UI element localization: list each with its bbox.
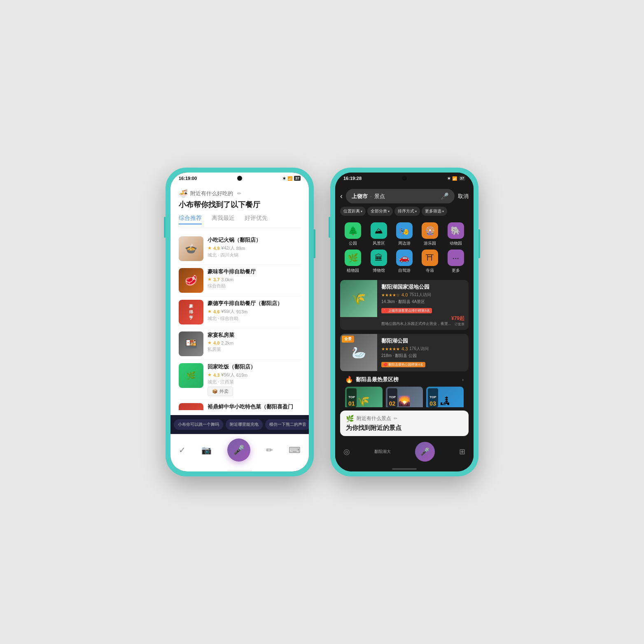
restaurant-rating: ★ 4.0 2.2km: [208, 340, 301, 345]
suggestion-chip[interactable]: 模仿一下熊二的声音: [265, 419, 309, 430]
filter-sort[interactable]: 排序方式 ▾: [394, 207, 420, 216]
right-voice-button[interactable]: 🎤: [415, 442, 435, 462]
roadtrip-icon: 🚗: [396, 250, 413, 266]
category-botanic[interactable]: 🌿 植物园: [342, 250, 364, 273]
category-row-2: 🌿 植物园 🏛 博物馆 🚗 自驾游 ⛩ 寺庙: [340, 250, 469, 273]
spot-emoji: 🦢: [352, 346, 366, 359]
cat-label: 动物园: [450, 240, 462, 246]
category-roadtrip[interactable]: 🚗 自驾游: [394, 250, 415, 273]
grid-icon[interactable]: ⊞: [459, 447, 465, 456]
suggestion-chip[interactable]: 小布你可以跳一个舞吗: [174, 419, 223, 430]
cancel-button[interactable]: 取消: [458, 193, 469, 200]
battery-icon: 37: [294, 176, 301, 181]
ranking-item-2[interactable]: 🌄 TOP 02 鄱阳湖大草原景区 1万人近期种树来此: [386, 387, 423, 407]
category-nearby[interactable]: 🎭 周边游: [394, 222, 415, 246]
filter-more[interactable]: 更多筛选 ▾: [422, 207, 447, 216]
category-museum[interactable]: 🏛 博物馆: [368, 250, 390, 273]
right-status-bar: 16:19:28 ✶ 📶 37: [335, 173, 474, 182]
right-time: 16:19:28: [343, 176, 362, 181]
list-item[interactable]: 🌿 回家吃饭（鄱阳店） ★ 4.3 ¥56/人 619m 城北 · 江西菜: [179, 360, 301, 400]
tab-comprehensive[interactable]: 综合推荐: [179, 215, 202, 224]
restaurant-image: 裕鼎鲜: [179, 403, 203, 410]
mic-icon: 🎤: [420, 447, 429, 456]
left-screen: 🍜 附近有什么好吃的 ✏ 小布帮你找到了以下餐厅 综合推荐 离我最近 好评优先 …: [170, 182, 309, 471]
back-button[interactable]: ‹: [340, 192, 343, 201]
list-item[interactable]: 🍲 小吃记火锅（鄱阳店） ★ 4.9 ¥42/人 89m 城北 · 四川火锅: [179, 233, 301, 265]
filter-label: 更多筛选: [425, 208, 441, 214]
ranking-more-icon[interactable]: ›: [462, 377, 464, 382]
spot-card[interactable]: 🦢 全景 鄱阳湖公园 ★★★★★ 4.3 176人访问 218m · 鄱阳县 公…: [340, 334, 469, 371]
search-category: 景点: [374, 193, 385, 200]
category-amusement[interactable]: 🎡 游乐园: [419, 222, 441, 246]
chevron-down-icon: ▾: [361, 210, 362, 213]
right-bottom-nav: ◎ 鄱阳湖大 🎤 ⊞: [335, 439, 474, 467]
restaurant-image: 🥩: [179, 268, 203, 293]
star-icon: ★: [208, 340, 212, 345]
camera-notch: [402, 176, 407, 181]
suggestion-chip[interactable]: 附近哪里能充电: [226, 419, 263, 430]
keyboard-icon[interactable]: ⌨: [289, 445, 301, 455]
cat-label: 寺庙: [426, 268, 434, 273]
search-voice-icon[interactable]: 🎤: [441, 192, 449, 200]
distance: 2.2km: [221, 341, 233, 345]
category-more[interactable]: ··· 更多: [445, 250, 467, 273]
ranking-section: 🔥 鄱阳县最热景区榜 › 🌾 TOP 01: [340, 376, 469, 407]
signal-icon: 📶: [452, 176, 457, 181]
rating-num: 4.0: [401, 292, 408, 297]
category-scenic[interactable]: ⛰ 风景区: [368, 222, 390, 246]
top1-badge: TOP 01: [347, 388, 357, 407]
filter-category[interactable]: 全部分类 ▾: [367, 207, 393, 216]
rating-number: 4.9: [213, 246, 219, 251]
top2-num: 02: [389, 401, 396, 406]
bottom-suggestions: 小布你可以跳一个舞吗 附近哪里能充电 模仿一下熊二的声音: [170, 415, 309, 434]
spot-image: 🌾: [340, 280, 377, 317]
ba-edit-icon[interactable]: ✏: [394, 416, 397, 421]
top2-badge: TOP 02: [387, 388, 397, 407]
delivery-icon: 📦: [212, 389, 218, 394]
list-item[interactable]: 裕鼎鲜 裕鼎鲜中华小吃特色菜（鄱阳喜盈门店） ★ 4.9 ¥53/人 136m …: [179, 400, 301, 410]
rating-num: 4.3: [401, 346, 408, 351]
delivery-button[interactable]: 📦 外卖: [208, 387, 233, 396]
spot-card[interactable]: 🌾 鄱阳湖国家湿地公园 ★★★★☆ 4.0 7511人访问 14.3km · 鄱…: [340, 280, 469, 330]
tab-nearest[interactable]: 离我最近: [212, 215, 235, 224]
right-phone: 16:19:28 ✶ 📶 37 ‹ 上饶市 · 景点 🎤 取消: [330, 168, 478, 476]
list-item[interactable]: 豪得亨 豪德亨牛排自助餐厅（鄱阳店） ★ 4.6 ¥59/人 913m 城北 ·…: [179, 296, 301, 328]
restaurant-rating: ★ 4.9 ¥42/人 89m: [208, 245, 301, 251]
categories-section: 🌲 公园 ⛰ 风景区 🎭 周边游 🎡 游乐园: [335, 219, 474, 280]
signal-icon: 📶: [287, 176, 292, 181]
restaurant-name: 回家吃饭（鄱阳店）: [208, 363, 301, 371]
edit-icon[interactable]: ✏: [237, 191, 241, 196]
list-item[interactable]: 🍱 家宴私房菜 ★ 4.0 2.2km 私房菜: [179, 328, 301, 360]
ranking-item-1[interactable]: 🌾 TOP 01 鄱阳湖国家湿地公园 可赏花海·可以赏花: [345, 387, 383, 407]
rank-tag: 🔴 鄱阳县最热公园榜第4名: [381, 362, 425, 367]
filter-label: 位置距离: [343, 208, 360, 214]
category-park[interactable]: 🌲 公园: [342, 222, 364, 246]
spot-name: 鄱阳湖国家湿地公园: [381, 283, 464, 291]
cat-label: 自驾游: [398, 268, 411, 273]
checkmark-icon[interactable]: ✓: [179, 445, 186, 455]
list-item[interactable]: 🥩 豪味客牛排自助餐厅 ★ 3.7 3.0km 综合自助: [179, 265, 301, 296]
nav-text: 鄱阳湖大: [374, 449, 391, 455]
restaurant-name: 小吃记火锅（鄱阳店）: [208, 236, 301, 244]
star-icon: ★: [208, 372, 212, 378]
edit-icon[interactable]: ✏: [266, 445, 273, 455]
star-icon: ★: [208, 245, 212, 251]
rating-number: 4.3: [213, 373, 219, 378]
filter-location[interactable]: 位置距离 ▾: [340, 207, 366, 216]
stars: ★★★★☆: [381, 293, 400, 297]
search-bar[interactable]: 上饶市 · 景点 🎤: [346, 189, 455, 203]
voice-button[interactable]: 🎤: [227, 439, 250, 462]
tab-best-rating[interactable]: 好评优先: [245, 215, 268, 224]
restaurant-image: 🍱: [179, 331, 203, 356]
home-indicator: [392, 468, 417, 470]
camera-icon[interactable]: 📷: [201, 445, 212, 455]
category-temple[interactable]: ⛩ 寺庙: [419, 250, 441, 273]
restaurant-rating: ★ 4.3 ¥56/人 619m: [208, 372, 301, 378]
ranking-item-3[interactable]: 🏞 TOP 03 鄱阳湖白沙洲湿 900人近期鄱阳来此: [426, 387, 464, 407]
planet-icon[interactable]: ◎: [343, 447, 350, 456]
restaurant-name: 豪德亨牛排自助餐厅（鄱阳店）: [208, 300, 301, 307]
left-status-bar: 16:19:00 ✶ 📶 37: [170, 173, 309, 182]
restaurant-details: 回家吃饭（鄱阳店） ★ 4.3 ¥56/人 619m 城北 · 江西菜 📦 外卖: [208, 363, 301, 396]
spot-info: 鄱阳湖国家湿地公园 ★★★★☆ 4.0 7511人访问 14.3km · 鄱阳县…: [377, 280, 469, 330]
category-zoo[interactable]: 🐘 动物园: [445, 222, 467, 246]
